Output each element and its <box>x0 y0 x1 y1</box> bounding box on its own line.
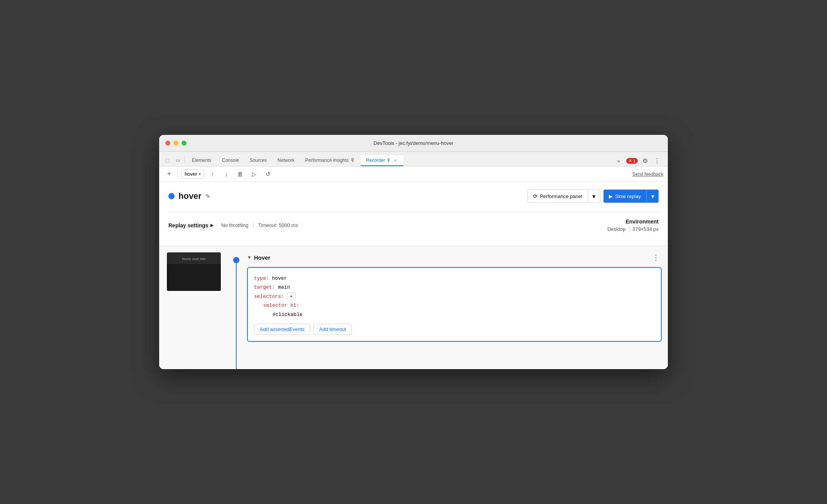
performance-record-icon: 🎙 <box>350 157 355 163</box>
replay-settings-left: Replay settings ▶ No throttling Timeout:… <box>168 222 303 228</box>
code-type-line: type: hover <box>254 274 655 283</box>
replay-options-button[interactable]: ↺ <box>263 169 274 180</box>
recording-title-area: hover ✎ <box>168 191 210 201</box>
delete-button[interactable]: 🗑 <box>235 169 246 180</box>
step-header: ▼ Hover ⋮ <box>247 252 662 262</box>
code-selector1-line: selector #1: <box>254 301 655 310</box>
tab-recorder[interactable]: Recorder 🎙 × <box>361 155 403 166</box>
thumbnail-card: Hover over me! <box>167 252 221 291</box>
replay-button[interactable]: ▷ <box>249 169 260 180</box>
thumbnail-label: Hover over me! <box>182 257 206 261</box>
add-recording-button[interactable]: + <box>164 169 175 180</box>
thumbnail-inner <box>167 264 221 291</box>
step-dot <box>233 257 239 263</box>
more-options-icon[interactable]: ⋮ <box>652 156 662 166</box>
tab-bar: ⬚ ▭ Elements Console Sources Network Per… <box>159 152 668 166</box>
recording-header: hover ✎ ⟳ Performance panel ▾ <box>168 190 659 203</box>
throttling-label: No throttling <box>221 222 253 228</box>
code-selector1-val-line: #clickable <box>254 310 655 319</box>
slow-replay-button[interactable]: ▶ Slow replay <box>603 190 646 203</box>
error-badge[interactable]: ✕ 1 <box>626 158 638 164</box>
step-collapse-icon: ▼ <box>247 255 252 260</box>
main-content: hover ✎ ⟳ Performance panel ▾ <box>159 182 668 246</box>
perf-panel-button-group: ⟳ Performance panel ▾ <box>527 190 600 203</box>
settings-icon[interactable]: ⚙ <box>641 156 649 166</box>
toolbar: + hover ▾ ↑ ↓ 🗑 ▷ ↺ Send feedback <box>159 166 668 182</box>
tab-sources[interactable]: Sources <box>244 155 272 166</box>
step-more-button[interactable]: ⋮ <box>650 252 662 262</box>
tab-device-icon[interactable]: ▭ <box>173 155 183 166</box>
minimize-button[interactable] <box>173 141 178 146</box>
delete-icon: 🗑 <box>237 171 243 177</box>
slow-replay-button-group: ▶ Slow replay ▾ <box>603 190 659 203</box>
replay-meta: No throttling Timeout: 5000 ms <box>221 222 303 228</box>
traffic-lights <box>165 141 187 146</box>
tab-bar-right: » ✕ 1 ⚙ ⋮ <box>614 156 665 166</box>
export-icon: ↑ <box>211 171 214 177</box>
step-code-box: type: hover target: main selectors: ⌖ <box>247 267 662 342</box>
dimensions-label: 379×534 px <box>632 226 659 232</box>
recording-name: hover <box>178 191 202 201</box>
step-connector <box>229 246 244 369</box>
step-content: ▼ Hover ⋮ type: hover target: main <box>244 246 668 369</box>
tab-more-button[interactable]: » <box>614 156 623 165</box>
perf-panel-dropdown-button[interactable]: ▾ <box>588 190 600 203</box>
send-feedback-link[interactable]: Send feedback <box>632 171 663 177</box>
tab-console[interactable]: Console <box>217 155 244 166</box>
timeout-label: Timeout: 5000 ms <box>254 222 303 228</box>
add-asserted-events-button[interactable]: Add assertedEvents <box>254 324 310 335</box>
devtools-window: DevTools - jec.fyi/demo/menu-hover ⬚ ▭ E… <box>159 135 668 369</box>
step-actions: Add assertedEvents Add timeout <box>254 324 655 335</box>
cursor-icon: ⌖ <box>290 294 292 299</box>
import-button[interactable]: ↓ <box>221 169 232 180</box>
tab-network[interactable]: Network <box>272 155 300 166</box>
device-type: Desktop <box>607 226 626 232</box>
play-slow-icon: ▶ <box>609 193 613 199</box>
performance-panel-button[interactable]: ⟳ Performance panel <box>527 190 588 203</box>
tab-elements[interactable]: Elements <box>187 155 217 166</box>
step-line <box>236 263 237 369</box>
slow-replay-chevron-icon: ▾ <box>651 193 654 200</box>
title-bar: DevTools - jec.fyi/demo/menu-hover <box>159 135 668 152</box>
step-title-area[interactable]: ▼ Hover <box>247 254 270 261</box>
dropdown-chevron-icon: ▾ <box>592 193 595 200</box>
play-icon: ▷ <box>252 171 257 178</box>
code-selectors-line: selectors: ⌖ <box>254 292 655 301</box>
tab-close-icon[interactable]: × <box>393 158 398 163</box>
steps-area: Hover over me! ▼ Hover ⋮ type: <box>159 246 668 369</box>
tab-cursor-icon[interactable]: ⬚ <box>162 155 173 166</box>
env-divider <box>629 227 629 232</box>
perf-icon: ⟳ <box>533 193 538 199</box>
environment-label: Environment <box>607 218 659 225</box>
tab-performance[interactable]: Performance insights 🎙 <box>300 155 361 166</box>
close-button[interactable] <box>165 141 170 146</box>
slow-replay-dropdown-button[interactable]: ▾ <box>646 190 659 203</box>
header-actions: ⟳ Performance panel ▾ ▶ Slow replay ▾ <box>527 190 659 203</box>
edit-name-icon[interactable]: ✎ <box>205 193 210 200</box>
add-timeout-button[interactable]: Add timeout <box>313 324 351 335</box>
recording-select[interactable]: hover ▾ <box>181 169 204 179</box>
maximize-button[interactable] <box>182 141 187 146</box>
step-title: Hover <box>254 254 271 261</box>
recorder-record-icon: 🎙 <box>387 158 391 163</box>
replay-settings-section: Replay settings ▶ No throttling Timeout:… <box>168 212 659 238</box>
replay-settings-title[interactable]: Replay settings ▶ <box>168 222 213 228</box>
export-button[interactable]: ↑ <box>207 169 218 180</box>
step-thumbnail: Hover over me! <box>159 246 229 369</box>
toolbar-divider <box>178 170 178 178</box>
environment-section: Environment Desktop 379×534 px <box>607 218 659 232</box>
import-icon: ↓ <box>225 171 228 177</box>
tab-divider <box>185 155 185 163</box>
replay-circle-icon: ↺ <box>266 171 271 178</box>
recording-status-dot <box>168 193 175 199</box>
window-title: DevTools - jec.fyi/demo/menu-hover <box>373 140 453 146</box>
selector-visualize-button[interactable]: ⌖ <box>287 292 296 300</box>
environment-detail: Desktop 379×534 px <box>607 226 659 232</box>
select-chevron-icon: ▾ <box>199 172 201 176</box>
code-target-line: target: main <box>254 283 655 292</box>
replay-settings-expand-icon: ▶ <box>210 223 213 227</box>
